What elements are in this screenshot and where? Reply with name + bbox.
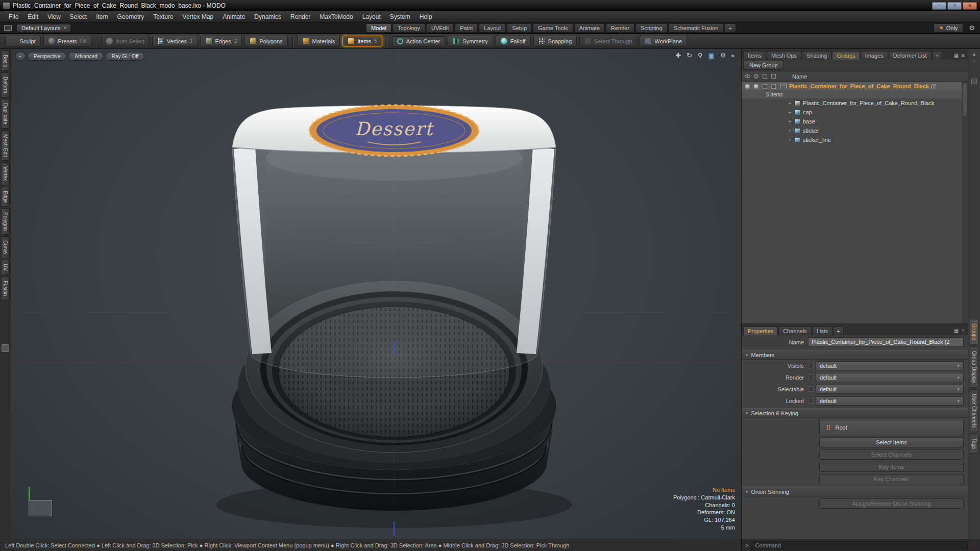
panel-tab-groups[interactable]: Groups [832,51,860,60]
select-through-button[interactable]: Select Through [579,36,637,46]
menu-help[interactable]: Help [415,12,437,21]
viewport-control-advanced[interactable]: Advanced [68,52,103,61]
layout-tab-model[interactable]: Model [366,23,391,33]
menu-item[interactable]: Item [91,12,112,21]
close-button[interactable]: ✕ [963,2,977,10]
preset-swatch-icon[interactable] [2,344,9,352]
more-icon[interactable]: ▸ [731,51,735,60]
panel-tab-mesh-ops[interactable]: Mesh Ops [767,51,801,60]
edge-tab-groups[interactable]: Groups [970,319,978,345]
settings-icon[interactable]: ⚙ [720,51,726,60]
dropdown-visible[interactable]: default▾ [816,361,964,370]
sidebar-tab-duplicate[interactable]: Duplicate [1,99,10,129]
menu-maxtomodo[interactable]: MaxToModo [315,12,357,21]
pan-icon[interactable]: ✚ [675,51,681,60]
polygons-button[interactable]: Polygons [244,36,287,46]
sidebar-tab-polygon[interactable]: Polygon [1,208,10,235]
lock-toggle[interactable] [761,84,769,89]
panel-options-icon[interactable]: ≡ [973,59,976,65]
viewport-menu-arrow-icon[interactable]: ▸ [15,52,26,61]
snapping-button[interactable]: Snapping [533,36,577,46]
items-button[interactable]: Items5 [342,36,382,46]
vertices-button[interactable]: Vertices1 [152,36,198,46]
presets-button[interactable]: PresetsF6 [43,36,91,46]
layout-tab-paint[interactable]: Paint [455,23,478,33]
menu-view[interactable]: View [43,12,65,21]
tree-scrollbar[interactable] [962,82,968,323]
menu-file[interactable]: File [4,12,23,21]
tree-item-base[interactable]: +base [742,117,968,126]
sidebar-tab-vertex[interactable]: Vertex [1,162,10,185]
section-selection-keying[interactable]: ▾ Selection & Keying [742,408,968,418]
title-bar[interactable]: Plastic_Container_for_Piece_of_Cake_Roun… [0,0,980,11]
layout-tab-render[interactable]: Render [606,23,634,33]
viewport-3d[interactable]: Dessert ▸PerspectiveAdvancedRay GL: Off … [11,49,741,539]
layout-tab-game-tools[interactable]: Game Tools [533,23,573,33]
layout-icon[interactable] [4,25,12,31]
panel-expand-icon[interactable]: ▴ [973,51,975,57]
action-center-button[interactable]: Action Center [392,36,446,46]
key-items-button[interactable]: Key Items [819,462,964,472]
layout-tab-animate[interactable]: Animate [574,23,605,33]
new-group-button[interactable]: New Group [743,61,784,70]
expand-toggle[interactable]: + [788,110,792,115]
menu-geometry[interactable]: Geometry [113,12,149,21]
menu-select[interactable]: Select [65,12,91,21]
sidebar-tab-mesh-edit[interactable]: Mesh Edit [1,130,10,161]
zoom-icon[interactable]: ⚲ [698,51,703,60]
menu-vertex-map[interactable]: Vertex Map [178,12,218,21]
viewport-control-ray-gl-off[interactable]: Ray GL: Off [106,52,145,61]
only-button[interactable]: ★ Only [934,23,964,33]
command-bar[interactable]: > Command [741,539,980,551]
tree-item-plastic-container-for-piece-of-cake-round-black[interactable]: +Plastic_Container_for_Piece_of_Cake_Rou… [742,98,968,108]
props-tab-lists[interactable]: Lists [812,327,833,335]
layout-tab-schematic-fusion[interactable]: Schematic Fusion [669,23,723,33]
expand-toggle[interactable]: + [788,119,792,124]
menu-render[interactable]: Render [286,12,315,21]
sidebar-tab-edge[interactable]: Edge [1,187,10,207]
panel-menu-icon[interactable]: ≡ [962,328,965,334]
edge-tab-user-channels[interactable]: User Channels [970,389,978,432]
command-input[interactable]: Command [751,541,968,549]
panel-grid-icon[interactable]: ▦ [954,53,959,58]
edges-button[interactable]: Edges2 [201,36,242,46]
symmetry-button[interactable]: Symmetry [448,36,493,46]
props-tab-channels[interactable]: Channels [778,327,811,335]
expand-toggle[interactable]: + [788,137,792,143]
name-column-header[interactable]: Name [792,73,807,80]
section-onion-skinning[interactable]: ▾ Onion Skinning [742,487,968,496]
scrollbar-thumb[interactable] [963,83,967,116]
panel-tab-shading[interactable]: Shading [802,51,831,60]
maximize-button[interactable]: □ [947,2,962,10]
select-items-button[interactable]: Select Items [819,437,964,447]
gear-icon[interactable]: ⚙ [969,24,975,32]
channel-box-icon[interactable] [808,386,814,392]
visibility-toggle[interactable] [743,84,752,89]
dropdown-render[interactable]: default▾ [816,373,964,382]
scroll-indicator-icon[interactable] [971,79,977,84]
viewport-3d-scene[interactable]: Dessert [11,49,741,539]
layout-tab-layout[interactable]: Layout [479,23,506,33]
menu-animate[interactable]: Animate [218,12,250,21]
panel-menu-icon[interactable]: ≡ [962,53,965,58]
layout-tab-add[interactable]: + [724,23,736,33]
cake-container-model[interactable]: Dessert [216,100,572,536]
tree-item-sticker[interactable]: +sticker [742,126,968,135]
minimize-button[interactable]: – [932,2,946,10]
panel-tab-images[interactable]: Images [861,51,888,60]
workplane-button[interactable]: WorkPlane [640,36,687,46]
channel-box-icon[interactable] [808,398,814,404]
section-members[interactable]: ▾ Members [742,350,968,360]
tree-item-sticker-line[interactable]: +sticker_line [742,135,968,144]
menu-edit[interactable]: Edit [23,12,43,21]
alert-dot-icon[interactable] [971,542,976,548]
menu-texture[interactable]: Texture [149,12,178,21]
viewport-control-perspective[interactable]: Perspective [28,52,66,61]
sidebar-tab-uv[interactable]: UV [1,260,10,275]
root-button[interactable]: ⠿ Root [819,420,964,435]
panel-tab-deformer-list[interactable]: Deformer List [889,51,932,60]
sidebar-tab-curve[interactable]: Curve [1,236,10,258]
edge-tab-tags[interactable]: Tags [970,434,978,454]
props-tab-properties[interactable]: Properties [743,327,778,335]
assign-onion-skinning-button[interactable]: Assign/Remove Onion Skinning [819,498,964,509]
